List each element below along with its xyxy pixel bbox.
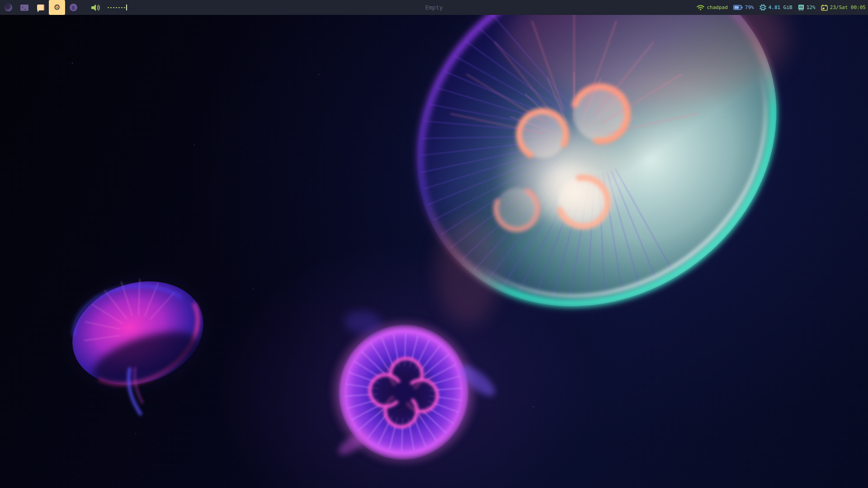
cpu-chip-icon bbox=[760, 4, 766, 11]
workspace-switcher: ›_ ⚙ @ bbox=[0, 0, 127, 15]
wallpaper-jellyfish bbox=[0, 0, 868, 488]
window-title-text: Empty bbox=[425, 4, 443, 11]
wifi-icon bbox=[697, 5, 704, 10]
memory-used: 4.81 GiB bbox=[769, 5, 793, 10]
calendar-icon bbox=[821, 5, 828, 11]
status-widgets: chadpad 79% 4.81 GiB bbox=[697, 0, 866, 15]
workspace-chat[interactable] bbox=[33, 0, 49, 15]
volume-slider[interactable] bbox=[91, 4, 127, 11]
battery-widget: 79% bbox=[733, 5, 754, 10]
gear-icon: ⚙ bbox=[53, 4, 60, 11]
at-icon: @ bbox=[70, 4, 77, 11]
jellyfish-scene bbox=[0, 0, 868, 488]
status-bar: ›_ ⚙ @ Empty bbox=[0, 0, 868, 15]
speaker-icon bbox=[91, 4, 101, 11]
clock-widget: 23/Sat 00:05 bbox=[821, 5, 866, 11]
terminal-icon: ›_ bbox=[20, 5, 28, 11]
volume-track[interactable] bbox=[108, 7, 126, 8]
firefox-icon bbox=[5, 4, 12, 11]
workspace-terminal[interactable]: ›_ bbox=[16, 0, 33, 15]
cpu-widget: 12% bbox=[798, 4, 816, 11]
cpu-percent: 12% bbox=[807, 5, 816, 10]
chat-icon bbox=[37, 5, 44, 10]
jellyfish-left bbox=[43, 249, 237, 432]
memory-widget: 4.81 GiB bbox=[760, 4, 793, 11]
volume-handle[interactable] bbox=[126, 5, 127, 10]
wifi-ssid: chadpad bbox=[707, 5, 727, 10]
workspace-settings-active[interactable]: ⚙ bbox=[49, 0, 65, 15]
ram-chip-icon bbox=[798, 4, 804, 11]
window-title: Empty bbox=[425, 0, 443, 15]
battery-icon bbox=[733, 5, 743, 10]
battery-percent: 79% bbox=[745, 5, 754, 10]
wifi-widget: chadpad bbox=[697, 5, 727, 10]
clock-datetime: 23/Sat 00:05 bbox=[830, 5, 866, 10]
workspace-at[interactable]: @ bbox=[65, 0, 81, 15]
workspace-firefox[interactable] bbox=[0, 0, 16, 15]
